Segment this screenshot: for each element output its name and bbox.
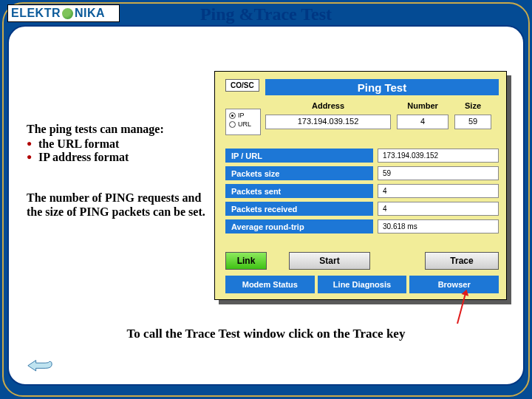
result-row-recv: Packets received 4 — [225, 202, 499, 216]
radio-ip[interactable] — [229, 112, 236, 119]
content-card: The ping tests can manage: the URL forma… — [7, 25, 525, 386]
radio-ip-label: IP — [238, 112, 245, 119]
logo: ELEKTR NIKA — [7, 4, 120, 22]
globe-icon — [62, 8, 73, 19]
back-arrow-icon — [27, 356, 53, 372]
res-label-ipurl: IP / URL — [225, 149, 373, 163]
number-input[interactable]: 4 — [397, 115, 449, 129]
result-row-ipurl: IP / URL 173.194.039.152 — [225, 149, 499, 163]
radio-url-label: URL — [238, 120, 251, 128]
link-button[interactable]: Link — [225, 252, 267, 270]
start-button[interactable]: Start — [289, 252, 370, 270]
description-block: The ping tests can manage: the URL forma… — [27, 123, 219, 219]
device-screenshot: CO/SC Ping Test Address Number Size IP U… — [214, 71, 507, 300]
desc-item-2: IP address format — [27, 151, 219, 164]
radio-url[interactable] — [229, 121, 236, 128]
desc-item-1: the URL format — [27, 137, 219, 151]
desc-heading: The ping tests can manage: — [27, 123, 219, 136]
result-row-sent: Packets sent 4 — [225, 184, 499, 198]
radio-group[interactable]: IP URL — [225, 109, 261, 135]
res-label-recv: Packets received — [225, 202, 373, 216]
res-label-sent: Packets sent — [225, 184, 373, 198]
trace-button[interactable]: Trace — [425, 252, 499, 270]
result-row-rtt: Average round-trip 30.618 ms — [225, 219, 499, 233]
address-input[interactable]: 173.194.039.152 — [265, 115, 391, 129]
co-sc-button[interactable]: CO/SC — [225, 79, 259, 92]
col-size: Size — [454, 101, 491, 110]
bottombar-modem[interactable]: Modem Status — [225, 276, 315, 293]
device-title: Ping Test — [265, 79, 499, 95]
logo-text-right: NIKA — [75, 7, 105, 20]
back-arrow-button[interactable] — [27, 356, 53, 372]
col-address: Address — [265, 101, 391, 110]
result-row-size: Packets size 59 — [225, 166, 499, 180]
res-value-rtt: 30.618 ms — [378, 219, 499, 233]
res-value-recv: 4 — [378, 202, 499, 216]
bottombar-browser[interactable]: Browser — [409, 276, 499, 293]
bottom-instruction: To call the Trace Test window click on t… — [9, 327, 523, 341]
column-headers: Address Number Size — [265, 101, 499, 110]
col-number: Number — [397, 101, 449, 110]
res-value-ipurl: 173.194.039.152 — [378, 149, 499, 163]
bottombar-line[interactable]: Line Diagnosis — [318, 276, 407, 293]
res-label-rtt: Average round-trip — [225, 219, 373, 233]
res-label-size: Packets size — [225, 166, 373, 180]
desc-paragraph: The number of PING requests and the size… — [27, 191, 219, 219]
res-value-size: 59 — [378, 166, 499, 180]
logo-text-left: ELEKTR — [11, 7, 61, 20]
res-value-sent: 4 — [378, 184, 499, 198]
size-input[interactable]: 59 — [454, 115, 491, 129]
device-screen: CO/SC Ping Test Address Number Size IP U… — [214, 71, 507, 300]
